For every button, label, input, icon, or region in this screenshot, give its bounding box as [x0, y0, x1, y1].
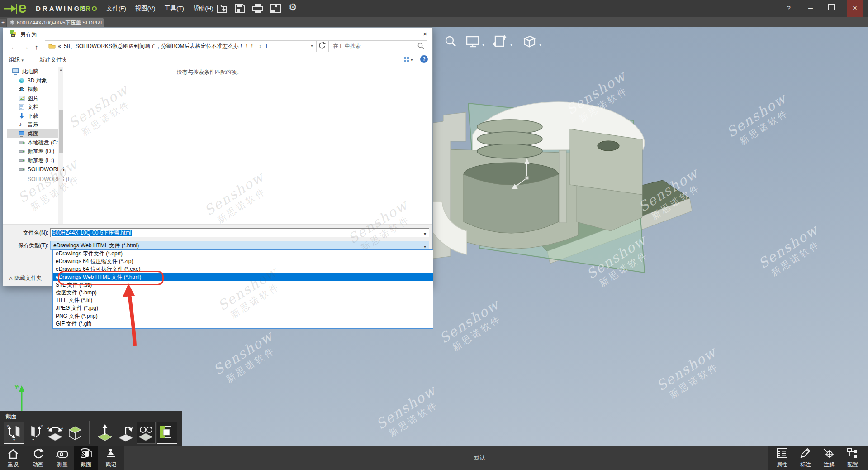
display-mode-icon[interactable]	[466, 35, 480, 48]
address-bar[interactable]: « 58、SOLIDWORKS做总图遇到问题了，分割BOM后表格定位不准怎么办！…	[45, 40, 316, 52]
axis-y-text: Y	[16, 384, 19, 389]
3d-cube-icon	[19, 77, 25, 84]
toolbar-separator	[212, 2, 212, 15]
search-input[interactable]	[332, 42, 415, 51]
stamp-button[interactable]: 戳记	[99, 446, 123, 470]
dropdown-option-eprt[interactable]: eDrawings 零件文件 (*.eprt)	[53, 250, 433, 258]
settings-gear-icon[interactable]: ⚙	[289, 2, 302, 14]
sidebar-item-volume-e[interactable]: 新加卷 (E:)	[7, 156, 58, 165]
organize-caret-icon: ▾	[21, 58, 24, 62]
sidebar-item-pictures[interactable]: 图片	[7, 94, 58, 103]
sidebar-item-local-disk-c[interactable]: 本地磁盘 (C:)	[7, 139, 58, 147]
edrawings-window: ▾ ▾ ▾	[0, 0, 868, 470]
window-help-button[interactable]: ?	[781, 0, 797, 17]
zoom-tool-icon[interactable]	[444, 35, 457, 48]
sheet-views-icon[interactable]	[493, 34, 508, 48]
configuration-button[interactable]: 配置	[841, 446, 864, 470]
orientation-cube-icon[interactable]	[521, 34, 536, 48]
section-show-plane-button[interactable]	[157, 422, 177, 444]
breadcrumb[interactable]: « 58、SOLIDWORKS做总图遇到问题了，分割BOM后表格定位不准怎么办！…	[58, 43, 269, 50]
dialog-close-icon[interactable]: ×	[423, 30, 427, 38]
publish-button[interactable]	[270, 3, 283, 15]
menu-file[interactable]: 文件(F)	[102, 0, 130, 17]
section-offset-plane-button[interactable]	[95, 422, 116, 444]
orientation-cube-caret[interactable]: ▾	[539, 40, 541, 48]
folder-icon	[48, 43, 56, 49]
svg-text:Z: Z	[47, 426, 50, 429]
section-box-button[interactable]	[65, 422, 86, 444]
sidebar-item-downloads[interactable]: 下载	[7, 112, 58, 120]
section-panel-separator	[89, 421, 90, 444]
dialog-title-bar[interactable]: 另存为 ×	[3, 28, 432, 39]
sidebar-item-volume-d[interactable]: 新加卷 (D:)	[7, 147, 58, 156]
3d-model-cross-section[interactable]	[398, 82, 715, 344]
section-button-active[interactable]: 截面	[74, 446, 98, 470]
print-button[interactable]	[251, 3, 265, 15]
markup-button[interactable]: 标注	[794, 446, 817, 470]
window-close-button[interactable]: ×	[847, 0, 863, 17]
status-strip: 默认	[124, 446, 768, 470]
nav-back-icon[interactable]: ←	[10, 43, 17, 51]
menu-help[interactable]: 帮助(H)	[189, 0, 217, 17]
open-button[interactable]	[216, 3, 230, 15]
window-maximize-button[interactable]	[824, 0, 839, 17]
toolbar-separator	[99, 2, 99, 15]
empty-search-message: 没有与搜索条件匹配的项。	[177, 68, 242, 76]
new-folder-button[interactable]: 新建文件夹	[39, 56, 68, 64]
dropdown-option-zip[interactable]: eDrawings 64 位压缩文件 (*.zip)	[53, 258, 433, 265]
sidebar-item-this-pc[interactable]: 此电脑	[7, 67, 58, 76]
organize-button[interactable]: 组织 ▾	[9, 56, 24, 64]
menu-view[interactable]: 视图(V)	[131, 0, 159, 17]
toolbar-separator	[768, 449, 768, 467]
address-chevron-icon[interactable]: ▾	[311, 43, 313, 48]
filename-input[interactable]: 600HZ44X-10Q-00-5下压盖.html ▾	[50, 228, 429, 237]
annotation-button[interactable]: 注解	[818, 446, 840, 470]
sidebar-item-solidworks-f[interactable]: SOLIDWORKS (F	[7, 175, 58, 184]
section-rotate-plane-button[interactable]	[116, 422, 137, 444]
download-icon	[19, 113, 25, 119]
dialog-help-button[interactable]: ?	[420, 55, 428, 63]
view-mode-icon[interactable]: ▾	[403, 56, 415, 62]
section-panel: 截面 YX YZ ZX	[0, 411, 182, 446]
section-yz-plane-button[interactable]: YZ	[25, 422, 46, 444]
scrollbar-thumb[interactable]	[59, 110, 63, 153]
section-xy-plane-button[interactable]: YX	[4, 422, 24, 444]
sheet-views-caret[interactable]: ▾	[510, 40, 512, 48]
savetype-combobox[interactable]: eDrawings Web HTML 文件 (*.html) ▾	[50, 241, 429, 250]
svg-text:Z: Z	[32, 439, 34, 442]
section-zx-plane-button[interactable]: ZX	[45, 422, 66, 444]
reset-button[interactable]: 重设	[1, 446, 25, 470]
video-icon	[19, 86, 25, 92]
sidebar-item-3d-objects[interactable]: 3D 对象	[7, 77, 58, 85]
sidebar-item-documents[interactable]: 文档	[7, 103, 58, 111]
document-tab[interactable]: 600HZ44X-10Q-00-5下压盖.SLDPRT ×	[7, 18, 104, 27]
animation-button[interactable]: 动画	[26, 446, 50, 470]
sidebar-item-music[interactable]: ♪ 音乐	[7, 120, 58, 129]
search-box[interactable]	[329, 40, 427, 52]
sidebar-item-videos[interactable]: 视频	[7, 85, 58, 94]
save-button[interactable]	[234, 3, 247, 15]
save-as-dialog-icon	[9, 30, 18, 37]
scroll-up-icon[interactable]: ▴	[58, 67, 63, 72]
new-tab-button[interactable]: +	[0, 19, 6, 27]
properties-button[interactable]: 属性	[771, 446, 793, 470]
display-mode-caret[interactable]: ▾	[482, 40, 484, 48]
hide-folders-chevron-icon: ∧	[9, 275, 13, 281]
configuration-name[interactable]: 默认	[474, 454, 485, 462]
filename-chevron-icon[interactable]: ▾	[424, 230, 426, 238]
dialog-title: 另存为	[20, 31, 37, 38]
window-minimize-button[interactable]: ─	[803, 0, 818, 17]
measure-button[interactable]: 测量	[50, 446, 75, 470]
sidebar-item-solidworks[interactable]: SOLIDWORKS	[7, 165, 58, 174]
svg-text:X: X	[61, 426, 63, 429]
refresh-button[interactable]	[316, 40, 329, 52]
nav-up-icon[interactable]: ↑	[35, 43, 38, 51]
section-show-cap-button[interactable]	[137, 422, 156, 444]
sidebar-item-desktop[interactable]: 桌面	[7, 129, 58, 138]
menu-tools[interactable]: 工具(T)	[160, 0, 188, 17]
nav-forward-icon[interactable]: →	[22, 43, 29, 51]
picture-icon	[19, 95, 25, 101]
tab-close-icon[interactable]: ×	[98, 18, 101, 27]
hide-folders-button[interactable]: ∧ 隐藏文件夹	[9, 274, 42, 282]
edrawings-logo-arrow-icon	[4, 4, 17, 14]
